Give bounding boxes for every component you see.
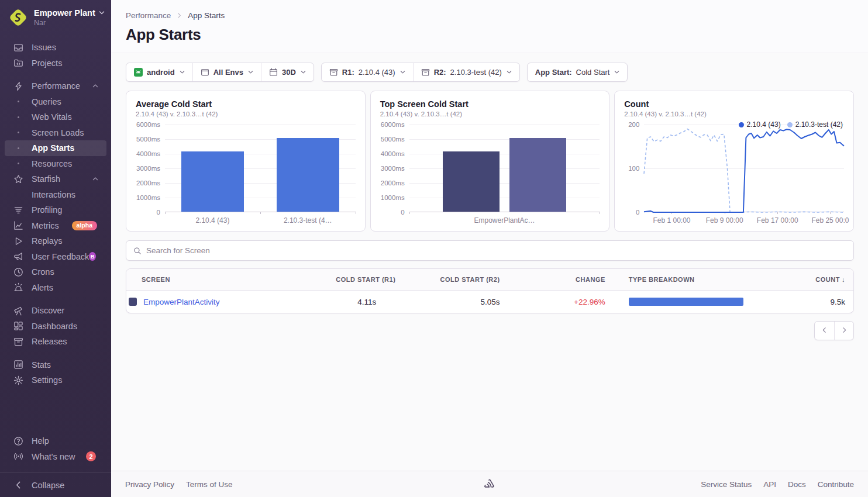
sidebar-item-crons[interactable]: Crons bbox=[5, 264, 106, 280]
sidebar-item-resources[interactable]: Resources bbox=[5, 156, 106, 172]
filter-android[interactable]: android bbox=[126, 63, 192, 81]
footer-link-api[interactable]: API bbox=[763, 480, 776, 489]
sidebar-item-app-starts[interactable]: App Starts bbox=[5, 140, 106, 156]
filter-bar: androidAll Envs30DR1:2.10.4 (43)R2:2.10.… bbox=[126, 63, 854, 82]
sidebar-item-projects[interactable]: Projects bbox=[5, 56, 106, 71]
footer-left-links: Privacy PolicyTerms of Use bbox=[125, 480, 233, 489]
breadcrumb-performance[interactable]: Performance bbox=[126, 11, 171, 20]
screen-link[interactable]: EmpowerPlantActivity bbox=[143, 298, 220, 306]
sidebar-section: DiscoverDashboardsReleases bbox=[0, 303, 111, 350]
bar-2-10-3-test-42[interactable] bbox=[509, 138, 567, 212]
sidebar-collapse-button[interactable]: Collapse bbox=[0, 472, 111, 497]
legend-item-2-10-3-test-42[interactable]: 2.10.3-test (42) bbox=[787, 120, 843, 129]
column-header-change[interactable]: CHANGE bbox=[508, 276, 614, 283]
star-icon bbox=[13, 174, 23, 184]
sidebar-item-queries[interactable]: Queries bbox=[5, 94, 106, 110]
page-header: Performance App Starts App Starts bbox=[111, 0, 868, 53]
y-tick-label: 2000ms bbox=[136, 180, 160, 187]
filter-value: 2.10.3-test (42) bbox=[450, 68, 502, 77]
column-header-cold-start-r1[interactable]: COLD START (R1) bbox=[328, 276, 384, 283]
bar-avg-cold-start[interactable] bbox=[277, 138, 339, 212]
sidebar-item-metrics[interactable]: Metricsalpha bbox=[5, 218, 106, 234]
chevron-up-icon bbox=[92, 176, 98, 182]
chevron-left-icon bbox=[13, 480, 23, 491]
sidebar-item-screen-loads[interactable]: Screen Loads bbox=[5, 125, 106, 141]
play-icon bbox=[13, 236, 23, 246]
footer-right-links: Service StatusAPIDocsContribute bbox=[701, 480, 854, 489]
sidebar-item-replays[interactable]: Replays bbox=[5, 233, 106, 249]
chart-subtitle: 2.10.4 (43) v. 2.10.3…t (42) bbox=[136, 111, 356, 118]
plot-area[interactable]: 2.10.4 (43)2.10.3-test (42) bbox=[644, 125, 844, 212]
y-tick-label: 2000ms bbox=[381, 180, 405, 187]
sidebar-spacer bbox=[0, 388, 111, 434]
footer-link-terms-of-use[interactable]: Terms of Use bbox=[186, 480, 233, 489]
chart-subtitle: 2.10.4 (43) v. 2.10.3…t (42) bbox=[380, 111, 600, 118]
chart-card-count: Count2.10.4 (43) v. 2.10.3…t (42)2001000… bbox=[614, 91, 854, 232]
sidebar-item-performance[interactable]: Performance bbox=[5, 78, 106, 94]
org-switcher[interactable]: Empower Plant Nar bbox=[0, 0, 111, 32]
filter-r2-2-10-3-test-42[interactable]: R2:2.10.3-test (42) bbox=[413, 63, 519, 81]
pagination bbox=[126, 321, 854, 340]
sidebar-item-discover[interactable]: Discover bbox=[5, 303, 106, 319]
x-tick-label: Feb 1 00:00 bbox=[653, 216, 690, 225]
sidebar-item-what-s-new[interactable]: What's new2 bbox=[5, 449, 106, 465]
legend-item-2-10-4-43[interactable]: 2.10.4 (43) bbox=[739, 120, 781, 129]
dashboards-icon bbox=[13, 321, 23, 332]
sidebar-item-releases[interactable]: Releases bbox=[5, 334, 106, 350]
bullet-dot bbox=[13, 127, 23, 138]
sidebar-item-web-vitals[interactable]: Web Vitals bbox=[5, 109, 106, 125]
footer-link-service-status[interactable]: Service Status bbox=[701, 480, 752, 489]
chevron-down-icon bbox=[614, 70, 619, 75]
chart-subtitle: 2.10.4 (43) v. 2.10.3…t (42) bbox=[624, 111, 844, 118]
sidebar-item-issues[interactable]: Issues bbox=[5, 40, 106, 56]
sidebar-item-help[interactable]: Help bbox=[5, 433, 106, 449]
x-tick-label: 2.10.4 (43) bbox=[165, 216, 260, 225]
next-page-button[interactable] bbox=[834, 322, 853, 340]
previous-page-button[interactable] bbox=[815, 322, 834, 340]
bar-avg-cold-start[interactable] bbox=[181, 151, 244, 212]
count-value: 9.5k bbox=[763, 298, 853, 306]
filter-all-envs[interactable]: All Envs bbox=[192, 63, 261, 81]
search-input[interactable] bbox=[146, 246, 846, 255]
x-tick-mark bbox=[600, 212, 600, 214]
footer-link-privacy-policy[interactable]: Privacy Policy bbox=[125, 480, 174, 489]
bullet-dot bbox=[13, 143, 23, 153]
sidebar-item-interactions[interactable]: Interactions bbox=[5, 187, 106, 203]
sidebar-item-label: Projects bbox=[32, 58, 62, 68]
sidebar-item-alerts[interactable]: Alerts bbox=[5, 280, 106, 296]
sidebar-item-dashboards[interactable]: Dashboards bbox=[5, 319, 106, 334]
sidebar-item-user-feedback[interactable]: User FeedbackB bbox=[5, 249, 106, 265]
sentry-logo-icon bbox=[483, 478, 496, 491]
what-s-new-badge: 2 bbox=[86, 451, 96, 461]
sidebar-item-settings[interactable]: Settings bbox=[5, 372, 106, 388]
filter-r1-2-10-4-43[interactable]: R1:2.10.4 (43) bbox=[322, 63, 413, 81]
broadcast-icon bbox=[13, 451, 23, 462]
chart-card-average-cold-start: Average Cold Start2.10.4 (43) v. 2.10.3…… bbox=[126, 91, 366, 232]
sidebar-item-starfish[interactable]: Starfish bbox=[5, 171, 106, 187]
search-icon bbox=[133, 247, 142, 255]
sidebar-nav: IssuesProjectsPerformanceQueriesWeb Vita… bbox=[0, 34, 111, 388]
change-value: +22.96% bbox=[508, 298, 614, 306]
breakdown-segment-cold-start bbox=[629, 298, 743, 306]
plot-area[interactable] bbox=[165, 125, 356, 212]
column-header-count[interactable]: COUNT↓ bbox=[763, 276, 853, 283]
box-icon bbox=[421, 68, 430, 77]
column-header-screen[interactable]: SCREEN bbox=[126, 276, 328, 283]
column-header-type-breakdown[interactable]: TYPE BREAKDOWN bbox=[614, 276, 763, 283]
sidebar-item-stats[interactable]: Stats bbox=[5, 357, 106, 373]
footer-link-docs[interactable]: Docs bbox=[788, 480, 806, 489]
plot-area[interactable] bbox=[409, 125, 600, 212]
box-icon bbox=[329, 68, 338, 77]
filter-app-start-cold-start[interactable]: App Start:Cold Start bbox=[528, 63, 628, 81]
column-header-cold-start-r2[interactable]: COLD START (R2) bbox=[384, 276, 508, 283]
x-tick-mark bbox=[165, 212, 166, 214]
org-name: Empower Plant bbox=[34, 8, 95, 18]
chevron-right-icon bbox=[841, 326, 848, 336]
sidebar-item-profiling[interactable]: Profiling bbox=[5, 202, 106, 218]
footer-link-contribute[interactable]: Contribute bbox=[818, 480, 854, 489]
bar-2-10-4-43[interactable] bbox=[443, 151, 500, 212]
sidebar-item-label: Stats bbox=[32, 360, 51, 370]
table-row[interactable]: EmpowerPlantActivity4.11s5.05s+22.96%9.5… bbox=[126, 291, 853, 313]
x-axis: Feb 1 00:00Feb 9 00:00Feb 17 00:00Feb 25… bbox=[644, 212, 844, 226]
filter-30d[interactable]: 30D bbox=[261, 63, 314, 81]
